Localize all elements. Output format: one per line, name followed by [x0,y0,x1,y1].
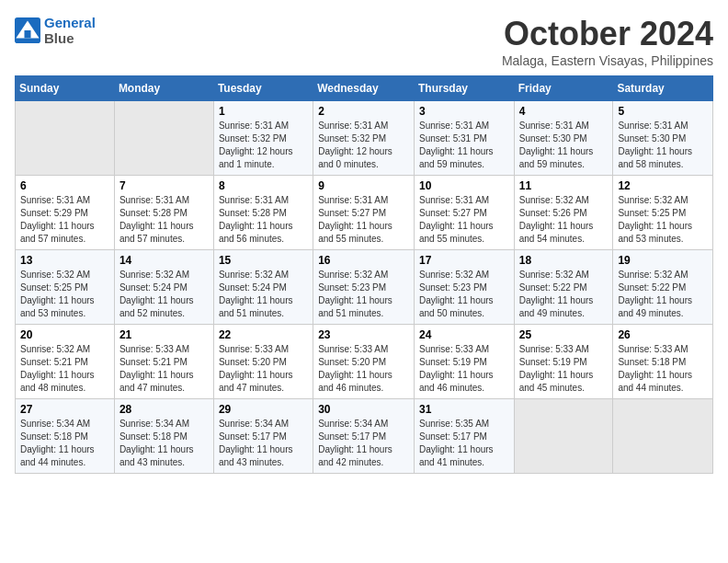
title-block: October 2024 Malaga, Eastern Visayas, Ph… [502,15,713,68]
header-cell-monday: Monday [114,76,213,101]
day-number: 29 [219,403,308,416]
header-cell-wednesday: Wednesday [313,76,415,101]
header-cell-sunday: Sunday [16,76,115,101]
day-cell: 2Sunrise: 5:31 AM Sunset: 5:32 PM Daylig… [313,101,415,176]
day-number: 14 [119,254,209,267]
day-cell: 21Sunrise: 5:33 AM Sunset: 5:21 PM Dayli… [114,325,213,399]
day-info: Sunrise: 5:31 AM Sunset: 5:27 PM Dayligh… [419,194,509,246]
page-header: General Blue October 2024 Malaga, Easter… [15,15,713,68]
day-cell [514,399,613,474]
day-number: 4 [519,105,609,118]
header-cell-tuesday: Tuesday [213,76,313,101]
day-number: 28 [119,403,209,416]
calendar-header: SundayMondayTuesdayWednesdayThursdayFrid… [16,76,713,101]
day-info: Sunrise: 5:32 AM Sunset: 5:24 PM Dayligh… [219,269,308,320]
day-info: Sunrise: 5:33 AM Sunset: 5:19 PM Dayligh… [519,343,609,395]
day-info: Sunrise: 5:33 AM Sunset: 5:18 PM Dayligh… [618,343,708,395]
day-cell: 11Sunrise: 5:32 AM Sunset: 5:26 PM Dayli… [514,176,613,250]
day-number: 10 [419,179,509,192]
day-info: Sunrise: 5:32 AM Sunset: 5:23 PM Dayligh… [318,269,409,320]
day-cell [114,101,213,176]
week-row-4: 20Sunrise: 5:32 AM Sunset: 5:21 PM Dayli… [16,325,713,399]
day-cell: 9Sunrise: 5:31 AM Sunset: 5:27 PM Daylig… [313,176,415,250]
day-info: Sunrise: 5:35 AM Sunset: 5:17 PM Dayligh… [419,418,509,469]
day-cell: 29Sunrise: 5:34 AM Sunset: 5:17 PM Dayli… [213,399,313,474]
day-info: Sunrise: 5:33 AM Sunset: 5:20 PM Dayligh… [318,343,409,395]
day-info: Sunrise: 5:31 AM Sunset: 5:29 PM Dayligh… [20,194,109,246]
svg-rect-2 [25,30,31,38]
day-info: Sunrise: 5:32 AM Sunset: 5:22 PM Dayligh… [519,269,609,320]
day-info: Sunrise: 5:34 AM Sunset: 5:17 PM Dayligh… [219,418,308,469]
day-info: Sunrise: 5:31 AM Sunset: 5:32 PM Dayligh… [318,120,409,171]
day-info: Sunrise: 5:31 AM Sunset: 5:30 PM Dayligh… [618,120,708,171]
month-title: October 2024 [502,15,713,53]
day-number: 16 [318,254,409,267]
day-cell: 17Sunrise: 5:32 AM Sunset: 5:23 PM Dayli… [414,250,514,325]
day-cell: 26Sunrise: 5:33 AM Sunset: 5:18 PM Dayli… [613,325,713,399]
day-info: Sunrise: 5:31 AM Sunset: 5:28 PM Dayligh… [119,194,209,246]
day-cell: 23Sunrise: 5:33 AM Sunset: 5:20 PM Dayli… [313,325,415,399]
day-info: Sunrise: 5:32 AM Sunset: 5:26 PM Dayligh… [519,194,609,246]
day-info: Sunrise: 5:32 AM Sunset: 5:22 PM Dayligh… [618,269,708,320]
day-cell [613,399,713,474]
day-number: 12 [618,179,708,192]
logo-icon [15,17,40,43]
day-number: 31 [419,403,509,416]
day-info: Sunrise: 5:31 AM Sunset: 5:28 PM Dayligh… [219,194,308,246]
week-row-1: 1Sunrise: 5:31 AM Sunset: 5:32 PM Daylig… [16,101,713,176]
day-info: Sunrise: 5:32 AM Sunset: 5:25 PM Dayligh… [618,194,708,246]
day-cell: 31Sunrise: 5:35 AM Sunset: 5:17 PM Dayli… [414,399,514,474]
day-number: 15 [219,254,308,267]
day-number: 9 [318,179,409,192]
day-number: 7 [119,179,209,192]
day-cell: 1Sunrise: 5:31 AM Sunset: 5:32 PM Daylig… [213,101,313,176]
day-info: Sunrise: 5:31 AM Sunset: 5:30 PM Dayligh… [519,120,609,171]
day-cell: 22Sunrise: 5:33 AM Sunset: 5:20 PM Dayli… [213,325,313,399]
day-info: Sunrise: 5:33 AM Sunset: 5:21 PM Dayligh… [119,343,209,395]
week-row-3: 13Sunrise: 5:32 AM Sunset: 5:25 PM Dayli… [16,250,713,325]
calendar-table: SundayMondayTuesdayWednesdayThursdayFrid… [15,75,713,474]
day-number: 22 [219,328,308,341]
day-cell: 18Sunrise: 5:32 AM Sunset: 5:22 PM Dayli… [514,250,613,325]
day-number: 19 [618,254,708,267]
day-number: 5 [618,105,708,118]
day-cell: 14Sunrise: 5:32 AM Sunset: 5:24 PM Dayli… [114,250,213,325]
header-cell-thursday: Thursday [414,76,514,101]
day-cell: 8Sunrise: 5:31 AM Sunset: 5:28 PM Daylig… [213,176,313,250]
day-cell: 5Sunrise: 5:31 AM Sunset: 5:30 PM Daylig… [613,101,713,176]
logo-text: General Blue [44,15,96,46]
calendar-body: 1Sunrise: 5:31 AM Sunset: 5:32 PM Daylig… [16,101,713,474]
day-cell: 12Sunrise: 5:32 AM Sunset: 5:25 PM Dayli… [613,176,713,250]
day-info: Sunrise: 5:32 AM Sunset: 5:24 PM Dayligh… [119,269,209,320]
day-cell: 10Sunrise: 5:31 AM Sunset: 5:27 PM Dayli… [414,176,514,250]
day-number: 17 [419,254,509,267]
day-number: 25 [519,328,609,341]
day-number: 18 [519,254,609,267]
day-cell: 15Sunrise: 5:32 AM Sunset: 5:24 PM Dayli… [213,250,313,325]
day-cell: 4Sunrise: 5:31 AM Sunset: 5:30 PM Daylig… [514,101,613,176]
day-number: 3 [419,105,509,118]
day-number: 26 [618,328,708,341]
day-cell: 30Sunrise: 5:34 AM Sunset: 5:17 PM Dayli… [313,399,415,474]
day-number: 27 [20,403,109,416]
day-number: 21 [119,328,209,341]
week-row-5: 27Sunrise: 5:34 AM Sunset: 5:18 PM Dayli… [16,399,713,474]
day-number: 20 [20,328,109,341]
day-number: 23 [318,328,409,341]
day-cell [16,101,115,176]
day-info: Sunrise: 5:32 AM Sunset: 5:21 PM Dayligh… [20,343,109,395]
day-number: 6 [20,179,109,192]
day-cell: 24Sunrise: 5:33 AM Sunset: 5:19 PM Dayli… [414,325,514,399]
day-number: 30 [318,403,409,416]
location: Malaga, Eastern Visayas, Philippines [502,53,713,68]
header-row: SundayMondayTuesdayWednesdayThursdayFrid… [16,76,713,101]
day-cell: 27Sunrise: 5:34 AM Sunset: 5:18 PM Dayli… [16,399,115,474]
day-cell: 13Sunrise: 5:32 AM Sunset: 5:25 PM Dayli… [16,250,115,325]
day-info: Sunrise: 5:32 AM Sunset: 5:23 PM Dayligh… [419,269,509,320]
day-info: Sunrise: 5:31 AM Sunset: 5:31 PM Dayligh… [419,120,509,171]
day-info: Sunrise: 5:33 AM Sunset: 5:19 PM Dayligh… [419,343,509,395]
day-cell: 16Sunrise: 5:32 AM Sunset: 5:23 PM Dayli… [313,250,415,325]
header-cell-friday: Friday [514,76,613,101]
day-info: Sunrise: 5:34 AM Sunset: 5:17 PM Dayligh… [318,418,409,469]
header-cell-saturday: Saturday [613,76,713,101]
